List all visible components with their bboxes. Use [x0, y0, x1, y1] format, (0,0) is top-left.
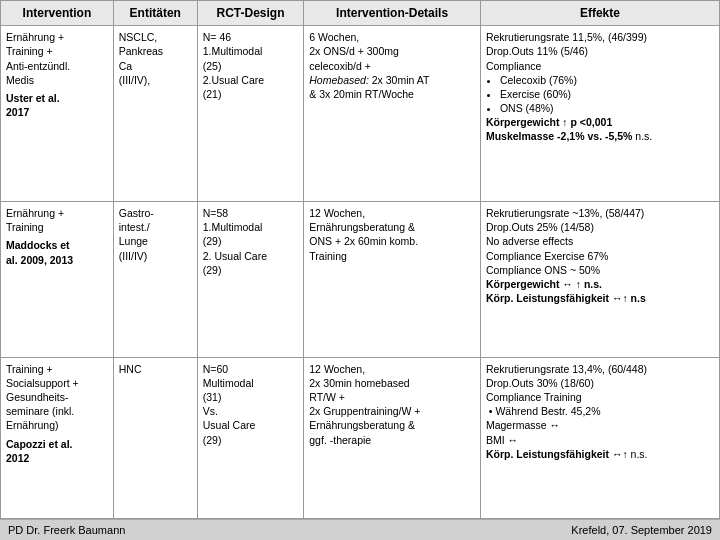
table-row: Ernährung +Training Maddocks etal. 2009,…: [1, 202, 720, 358]
cell-rct-1: N= 461.Multimodal(25)2.Usual Care(21): [197, 26, 304, 202]
cell-rct-2: N=581.Multimodal(29)2. Usual Care(29): [197, 202, 304, 358]
entitaeten-text-2: Gastro-intest./Lunge(III/IV): [119, 207, 154, 262]
table-row: Training +Socialsupport +Gesundheits-sem…: [1, 357, 720, 518]
header-details: Intervention-Details: [304, 1, 481, 26]
rct-text-3: N=60Multimodal(31)Vs.Usual Care(29): [203, 363, 256, 446]
intervention-text-2: Ernährung +Training: [6, 207, 64, 233]
footer-left: PD Dr. Freerk Baumann: [8, 524, 125, 536]
details-text-2: 12 Wochen, Ernährungsberatung & ONS + 2x…: [309, 207, 418, 262]
cell-details-2: 12 Wochen, Ernährungsberatung & ONS + 2x…: [304, 202, 481, 358]
details-text-1: 6 Wochen, 2x ONS/d + 300mg celecoxib/d +…: [309, 31, 429, 100]
details-text-3: 12 Wochen, 2x 30min homebased RT/W + 2x …: [309, 363, 420, 446]
cell-intervention-1: Ernährung +Training +Anti-entzündl.Medis…: [1, 26, 114, 202]
intervention-text-3: Training +Socialsupport +Gesundheits-sem…: [6, 363, 79, 432]
entitaeten-text-1: NSCLC,PankreasCa(III/IV),: [119, 31, 163, 86]
cell-intervention-3: Training +Socialsupport +Gesundheits-sem…: [1, 357, 114, 518]
cell-entitaeten-3: HNC: [113, 357, 197, 518]
footer-right: Krefeld, 07. September 2019: [571, 524, 712, 536]
cell-effekte-1: Rekrutierungsrate 11,5%, (46/399) Drop.O…: [480, 26, 719, 202]
author-1: Uster et al.2017: [6, 91, 108, 119]
header-rct: RCT-Design: [197, 1, 304, 26]
cell-intervention-2: Ernährung +Training Maddocks etal. 2009,…: [1, 202, 114, 358]
effekte-text-3: Rekrutierungsrate 13,4%, (60/448) Drop.O…: [486, 363, 648, 460]
cell-rct-3: N=60Multimodal(31)Vs.Usual Care(29): [197, 357, 304, 518]
cell-entitaeten-1: NSCLC,PankreasCa(III/IV),: [113, 26, 197, 202]
cell-effekte-2: Rekrutierungsrate ~13%, (58/447) Drop.Ou…: [480, 202, 719, 358]
cell-entitaeten-2: Gastro-intest./Lunge(III/IV): [113, 202, 197, 358]
effekte-text-2: Rekrutierungsrate ~13%, (58/447) Drop.Ou…: [486, 207, 646, 304]
table-row: Ernährung +Training +Anti-entzündl.Medis…: [1, 26, 720, 202]
rct-text-1: N= 461.Multimodal(25)2.Usual Care(21): [203, 31, 264, 100]
author-2: Maddocks etal. 2009, 2013: [6, 238, 108, 266]
rct-text-2: N=581.Multimodal(29)2. Usual Care(29): [203, 207, 267, 276]
cell-details-3: 12 Wochen, 2x 30min homebased RT/W + 2x …: [304, 357, 481, 518]
header-intervention: Intervention: [1, 1, 114, 26]
header-effekte: Effekte: [480, 1, 719, 26]
header-entitaeten: Entitäten: [113, 1, 197, 26]
page-wrapper: Intervention Entitäten RCT-Design Interv…: [0, 0, 720, 540]
entitaeten-text-3: HNC: [119, 363, 142, 375]
effekte-text-1: Rekrutierungsrate 11,5%, (46/399) Drop.O…: [486, 31, 714, 142]
cell-effekte-3: Rekrutierungsrate 13,4%, (60/448) Drop.O…: [480, 357, 719, 518]
intervention-text-1: Ernährung +Training +Anti-entzündl.Medis: [6, 31, 70, 86]
main-table: Intervention Entitäten RCT-Design Interv…: [0, 0, 720, 519]
footer: PD Dr. Freerk Baumann Krefeld, 07. Septe…: [0, 519, 720, 540]
author-3: Capozzi et al.2012: [6, 437, 108, 465]
cell-details-1: 6 Wochen, 2x ONS/d + 300mg celecoxib/d +…: [304, 26, 481, 202]
